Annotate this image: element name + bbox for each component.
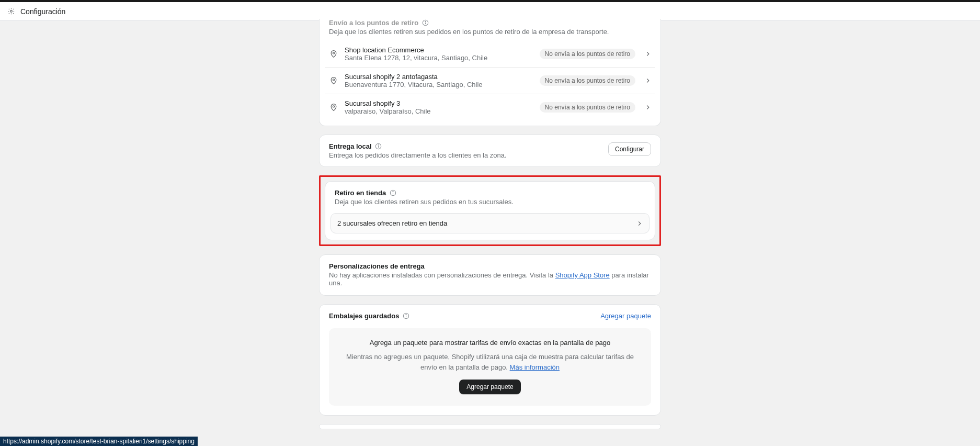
svg-point-9 <box>378 144 379 145</box>
local-delivery-card: Entrega local Entrega los pedidos direct… <box>319 135 661 167</box>
svg-point-6 <box>333 106 334 107</box>
pickup-store-locations-row[interactable]: 2 sucursales ofrecen retiro en tienda <box>331 213 649 233</box>
next-card-peek <box>319 424 661 429</box>
saved-packages-card: Embalajes guardados Agregar paquete Agre… <box>319 304 661 416</box>
chevron-right-icon <box>645 77 651 84</box>
local-delivery-title: Entrega local <box>329 142 372 150</box>
svg-point-3 <box>425 21 426 21</box>
svg-point-4 <box>333 52 334 54</box>
chevron-right-icon <box>645 104 651 110</box>
status-badge: No envía a los puntos de retiro <box>540 75 635 86</box>
info-icon[interactable] <box>421 19 429 27</box>
svg-point-0 <box>10 10 13 13</box>
info-icon[interactable] <box>389 189 396 197</box>
location-name: Sucursal shopify 3 <box>345 99 533 107</box>
location-row[interactable]: Sucursal shopify 2 antofagasta Buenavent… <box>325 67 655 94</box>
pickup-store-row-text: 2 sucursales ofrecen retiro en tienda <box>337 219 447 227</box>
svg-point-15 <box>406 314 406 315</box>
highlight-annotation: Retiro en tienda Deja que los clientes r… <box>319 175 661 246</box>
info-icon[interactable] <box>375 143 382 150</box>
status-badge: No envía a los puntos de retiro <box>540 102 635 113</box>
status-badge: No envía a los puntos de retiro <box>540 49 635 59</box>
app-store-link[interactable]: Shopify App Store <box>555 271 610 279</box>
more-info-link[interactable]: Más información <box>510 363 560 371</box>
gear-icon <box>7 7 15 15</box>
pickup-points-card: Envío a los puntos de retiro Deja que lo… <box>319 19 661 126</box>
location-row[interactable]: Sucursal shopify 3 valparaiso, Valparaís… <box>325 94 655 120</box>
location-pin-icon <box>329 103 338 112</box>
pickup-in-store-card: Retiro en tienda Deja que los clientes r… <box>325 181 655 240</box>
delivery-customizations-card: Personalizaciones de entrega No hay apli… <box>319 254 661 296</box>
browser-statusbar: https://admin.shopify.com/store/test-bri… <box>0 437 198 446</box>
chevron-right-icon <box>636 220 643 227</box>
packages-empty-state: Agrega un paquete para mostrar tarifas d… <box>329 328 651 406</box>
pickup-points-title: Envío a los puntos de retiro <box>329 19 418 27</box>
add-package-button[interactable]: Agregar paquete <box>459 380 520 394</box>
location-pin-icon <box>329 50 338 58</box>
info-icon[interactable] <box>402 313 409 320</box>
page-title: Configuración <box>20 7 65 16</box>
location-pin-icon <box>329 76 338 85</box>
pickup-store-subtitle: Deja que los clientes retiren sus pedido… <box>335 198 645 206</box>
packages-empty-title: Agrega un paquete para mostrar tarifas d… <box>345 339 635 347</box>
svg-point-12 <box>393 191 393 192</box>
packages-title: Embalajes guardados <box>329 312 399 320</box>
configure-button[interactable]: Configurar <box>608 142 651 156</box>
delivery-custom-title: Personalizaciones de entrega <box>329 262 425 270</box>
location-address: Santa Elena 1278, 12, vitacura, Santiago… <box>345 54 533 62</box>
local-delivery-subtitle: Entrega los pedidos directamente a los c… <box>329 151 602 159</box>
location-name: Sucursal shopify 2 antofagasta <box>345 73 533 81</box>
location-row[interactable]: Shop location Ecommerce Santa Elena 1278… <box>325 41 655 67</box>
location-name: Shop location Ecommerce <box>345 46 533 54</box>
chevron-right-icon <box>645 51 651 57</box>
pickup-points-subtitle: Deja que los clientes retiren sus pedido… <box>329 28 651 36</box>
add-package-link[interactable]: Agregar paquete <box>600 312 651 320</box>
location-address: valparaiso, Valparaíso, Chile <box>345 107 533 115</box>
svg-point-5 <box>333 79 334 81</box>
pickup-store-title: Retiro en tienda <box>335 189 386 197</box>
location-address: Buenaventura 1770, Vitacura, Santiago, C… <box>345 81 533 88</box>
delivery-custom-text: No hay aplicaciones instaladas con perso… <box>320 270 660 295</box>
packages-empty-subtitle: Mientras no agregues un paquete, Shopify… <box>345 352 635 372</box>
settings-header: Configuración <box>0 2 980 21</box>
